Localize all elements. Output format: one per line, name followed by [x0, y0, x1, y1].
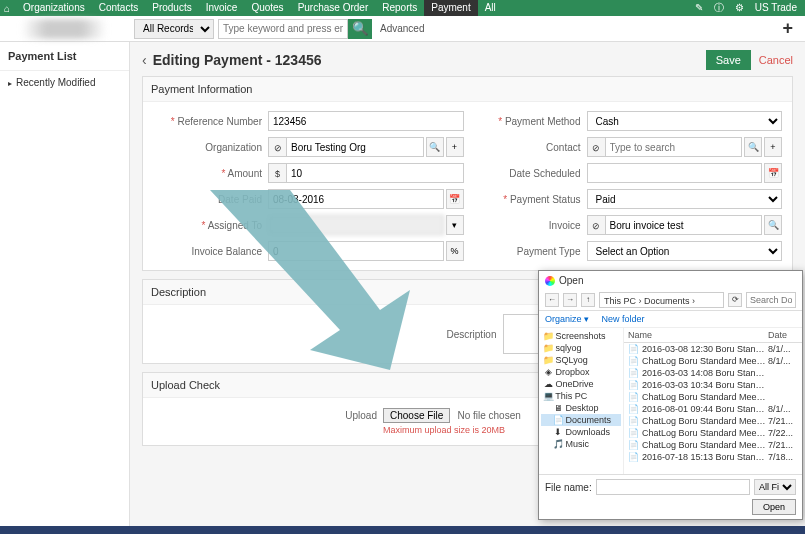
nav-invoice[interactable]: Invoice: [199, 0, 245, 16]
tree-node[interactable]: 📁 sqlyog: [541, 342, 621, 354]
reference-number-input[interactable]: [268, 111, 464, 131]
tree-node[interactable]: 📁 SQLyog: [541, 354, 621, 366]
dialog-up-icon[interactable]: ↑: [581, 293, 595, 307]
tree-node[interactable]: ☁ OneDrive: [541, 378, 621, 390]
label-description: Description: [273, 329, 503, 340]
label-date-paid: Date Paid: [153, 194, 268, 205]
label-method: Payment Method: [505, 116, 581, 127]
nav-payment[interactable]: Payment: [424, 0, 477, 16]
dialog-app-icon: [545, 276, 555, 286]
tree-node[interactable]: 🖥 Desktop: [541, 402, 621, 414]
upload-warning: Maximum upload size is 20MB: [383, 425, 521, 435]
file-row[interactable]: 📄ChatLog Boru Standard Meeting 2016_07..…: [624, 415, 802, 427]
home-icon[interactable]: ⌂: [4, 3, 10, 14]
region-dropdown[interactable]: US Trade: [755, 2, 797, 13]
nav-right-icons: ✎ ⓘ ⚙ US Trade: [691, 1, 801, 15]
add-button[interactable]: +: [782, 18, 801, 39]
contact-search-icon[interactable]: 🔍: [744, 137, 762, 157]
advanced-link[interactable]: Advanced: [380, 23, 424, 34]
file-filter-select[interactable]: All Files: [754, 479, 796, 495]
app-logo: [4, 19, 124, 39]
sidebar: Payment List Recently Modified: [0, 42, 130, 534]
dialog-organize-menu[interactable]: Organize ▾: [545, 314, 589, 324]
nav-organizations[interactable]: Organizations: [16, 0, 92, 16]
tree-node[interactable]: 💻 This PC: [541, 390, 621, 402]
label-org: Organization: [153, 142, 268, 153]
payment-method-select[interactable]: Cash: [587, 111, 783, 131]
date-scheduled-input[interactable]: [587, 163, 763, 183]
nav-purchase-order[interactable]: Purchase Order: [291, 0, 376, 16]
dialog-refresh-icon[interactable]: ⟳: [728, 293, 742, 307]
contact-add-icon[interactable]: +: [764, 137, 782, 157]
records-select[interactable]: All Records: [134, 19, 214, 39]
dialog-breadcrumb[interactable]: This PC › Documents ›: [599, 292, 724, 308]
label-assigned: Assigned To: [208, 220, 262, 231]
save-button[interactable]: Save: [706, 50, 751, 70]
file-row[interactable]: 📄2016-07-18 15:13 Boru Standard Meeting7…: [624, 451, 802, 463]
search-button[interactable]: 🔍: [348, 19, 372, 39]
dialog-forward-icon[interactable]: →: [563, 293, 577, 307]
assigned-dropdown-icon[interactable]: ▾: [446, 215, 464, 235]
choose-file-button[interactable]: Choose File: [383, 408, 450, 423]
filename-input[interactable]: [596, 479, 750, 495]
file-row[interactable]: 📄ChatLog Boru Standard Meeting 2016_07..…: [624, 427, 802, 439]
org-add-icon[interactable]: +: [446, 137, 464, 157]
file-row[interactable]: 📄ChatLog Boru Standard Meeting 2016_08..…: [624, 391, 802, 403]
file-row[interactable]: 📄2016-08-01 09:44 Boru Standard Meeting8…: [624, 403, 802, 415]
scheduled-calendar-icon[interactable]: 📅: [764, 163, 782, 183]
amount-input[interactable]: [286, 163, 464, 183]
tree-node[interactable]: ⬇ Downloads: [541, 426, 621, 438]
info-icon[interactable]: ⓘ: [714, 2, 724, 13]
file-row[interactable]: 📄2016-03-08 12:30 Boru Standard Meeting8…: [624, 343, 802, 355]
nav-quotes[interactable]: Quotes: [244, 0, 290, 16]
balance-unit-icon[interactable]: %: [446, 241, 464, 261]
file-row[interactable]: 📄ChatLog Boru Standard Meeting 2016_08..…: [624, 355, 802, 367]
date-paid-input[interactable]: [268, 189, 444, 209]
organization-input[interactable]: [286, 137, 424, 157]
col-date[interactable]: Date: [768, 330, 798, 340]
contact-clear-icon[interactable]: ⊘: [587, 137, 605, 157]
filename-label: File name:: [545, 482, 592, 493]
label-invoice: Invoice: [472, 220, 587, 231]
payment-type-select[interactable]: Select an Option: [587, 241, 783, 261]
contact-input[interactable]: [605, 137, 743, 157]
invoice-input[interactable]: [605, 215, 763, 235]
tree-node[interactable]: 🎵 Music: [541, 438, 621, 450]
label-scheduled: Date Scheduled: [472, 168, 587, 179]
dialog-file-list: Name Date 📄2016-03-08 12:30 Boru Standar…: [624, 328, 802, 474]
file-row[interactable]: 📄ChatLog Boru Standard Meeting 2016_07..…: [624, 439, 802, 451]
tree-node[interactable]: 📁 Screenshots: [541, 330, 621, 342]
nav-all[interactable]: All: [478, 0, 503, 16]
back-arrow-icon[interactable]: ‹: [142, 52, 147, 68]
assigned-to-input[interactable]: [268, 215, 444, 235]
dialog-folder-tree: 📁 Screenshots📁 sqlyog📁 SQLyog◈ Dropbox☁ …: [539, 328, 624, 474]
tree-node[interactable]: 📄 Documents: [541, 414, 621, 426]
edit-icon[interactable]: ✎: [695, 2, 703, 13]
invoice-search-icon[interactable]: 🔍: [764, 215, 782, 235]
invoice-clear-icon[interactable]: ⊘: [587, 215, 605, 235]
dialog-new-folder[interactable]: New folder: [602, 314, 645, 324]
gear-icon[interactable]: ⚙: [735, 2, 744, 13]
col-name[interactable]: Name: [628, 330, 768, 340]
tree-node[interactable]: ◈ Dropbox: [541, 366, 621, 378]
date-paid-calendar-icon[interactable]: 📅: [446, 189, 464, 209]
file-row[interactable]: 📄2016-03-03 14:08 Boru Standard Meeting: [624, 367, 802, 379]
dialog-open-button[interactable]: Open: [752, 499, 796, 515]
label-contact: Contact: [472, 142, 587, 153]
org-clear-icon[interactable]: ⊘: [268, 137, 286, 157]
label-upload: Upload: [153, 408, 383, 421]
org-search-icon[interactable]: 🔍: [426, 137, 444, 157]
file-row[interactable]: 📄2016-03-03 10:34 Boru Standard Meeting: [624, 379, 802, 391]
payment-status-select[interactable]: Paid: [587, 189, 783, 209]
payment-info-panel: Payment Information * Reference Number O…: [142, 76, 793, 271]
nav-products[interactable]: Products: [145, 0, 198, 16]
sidebar-item-recent[interactable]: Recently Modified: [0, 71, 129, 94]
dialog-search-input[interactable]: [746, 292, 796, 308]
nav-reports[interactable]: Reports: [375, 0, 424, 16]
amount-prefix: $: [268, 163, 286, 183]
cancel-link[interactable]: Cancel: [759, 54, 793, 66]
search-input[interactable]: [218, 19, 348, 39]
balance-input[interactable]: [268, 241, 444, 261]
dialog-back-icon[interactable]: ←: [545, 293, 559, 307]
nav-contacts[interactable]: Contacts: [92, 0, 145, 16]
